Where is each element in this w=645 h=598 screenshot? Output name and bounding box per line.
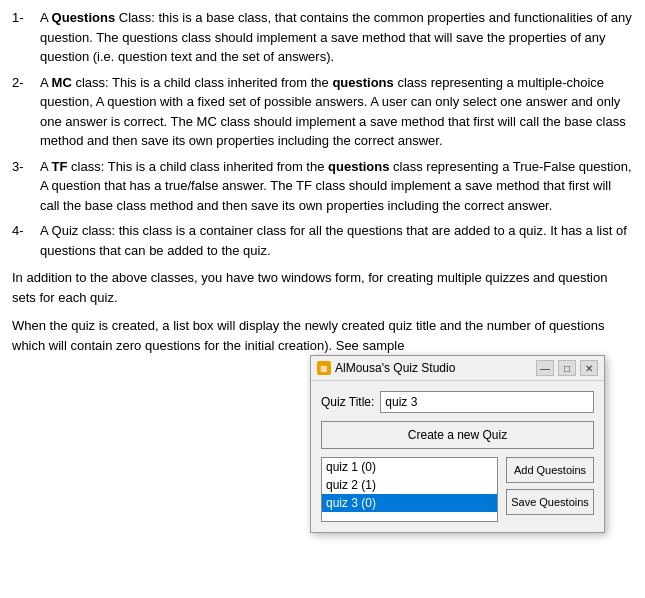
list-item-4: 4- A Quiz class: this class is a contain… — [12, 221, 633, 260]
window-titlebar: ▦ AlMousa's Quiz Studio — □ ✕ — [311, 356, 604, 381]
window-controls: — □ ✕ — [536, 360, 598, 376]
list-text-2: A MC class: This is a child class inheri… — [40, 73, 633, 151]
bold-questions-3: questions — [328, 159, 389, 174]
bold-questions: Questions — [52, 10, 116, 25]
window-body: Quiz Title: Create a new Quiz quiz 1 (0)… — [311, 381, 604, 532]
list-text-4: A Quiz class: this class is a container … — [40, 221, 633, 260]
list-item-3: 3- A TF class: This is a child class inh… — [12, 157, 633, 216]
add-questions-button[interactable]: Add Questoins — [506, 457, 594, 483]
bold-tf: TF — [52, 159, 68, 174]
bold-questions-2: questions — [332, 75, 393, 90]
list-text-1: A Questions Class: this is a base class,… — [40, 8, 633, 67]
quiz-listbox[interactable]: quiz 1 (0) quiz 2 (1) quiz 3 (0) — [321, 457, 498, 522]
listbox-item-2[interactable]: quiz 2 (1) — [322, 476, 497, 494]
list-number-1: 1- — [12, 8, 40, 67]
listbox-item-1[interactable]: quiz 1 (0) — [322, 458, 497, 476]
list-number-4: 4- — [12, 221, 40, 260]
side-buttons: Add Questoins Save Questoins — [506, 457, 594, 522]
paragraph-2: When the quiz is created, a list box wil… — [12, 316, 633, 356]
paragraph-1: In addition to the above classes, you ha… — [12, 268, 633, 308]
minimize-button[interactable]: — — [536, 360, 554, 376]
bottom-row: quiz 1 (0) quiz 2 (1) quiz 3 (0) Add Que… — [321, 457, 594, 522]
quiz-title-input[interactable] — [380, 391, 594, 413]
close-button[interactable]: ✕ — [580, 360, 598, 376]
window-title-left: ▦ AlMousa's Quiz Studio — [317, 361, 455, 375]
list-item-1: 1- A Questions Class: this is a base cla… — [12, 8, 633, 67]
app-icon: ▦ — [317, 361, 331, 375]
create-quiz-button[interactable]: Create a new Quiz — [321, 421, 594, 449]
list-number-2: 2- — [12, 73, 40, 151]
list-item-2: 2- A MC class: This is a child class inh… — [12, 73, 633, 151]
save-questions-button[interactable]: Save Questoins — [506, 489, 594, 515]
quiz-title-row: Quiz Title: — [321, 391, 594, 413]
window-title-text: AlMousa's Quiz Studio — [335, 361, 455, 375]
content-area: 1- A Questions Class: this is a base cla… — [0, 0, 645, 369]
list-number-3: 3- — [12, 157, 40, 216]
listbox-item-3[interactable]: quiz 3 (0) — [322, 494, 497, 512]
maximize-button[interactable]: □ — [558, 360, 576, 376]
quiz-studio-window: ▦ AlMousa's Quiz Studio — □ ✕ Quiz Title… — [310, 355, 605, 533]
bold-mc: MC — [52, 75, 72, 90]
list-text-3: A TF class: This is a child class inheri… — [40, 157, 633, 216]
quiz-title-label: Quiz Title: — [321, 395, 374, 409]
